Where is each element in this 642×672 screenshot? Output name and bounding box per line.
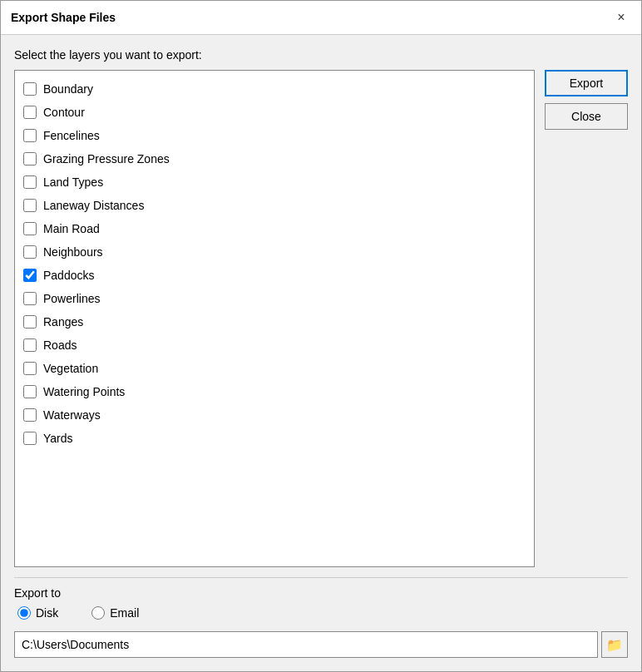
checkbox-yards[interactable] <box>23 432 37 445</box>
label-roads[interactable]: Roads <box>43 338 77 352</box>
list-item[interactable]: Powerlines <box>18 287 531 310</box>
email-radio[interactable] <box>91 606 105 620</box>
label-yards[interactable]: Yards <box>43 432 73 445</box>
export-shape-files-dialog: Export Shape Files × Select the layers y… <box>0 0 642 672</box>
list-item[interactable]: Neighbours <box>18 240 531 264</box>
export-radio-group: Disk Email <box>17 606 628 620</box>
export-to-label: Export to <box>14 586 628 600</box>
checkbox-main_road[interactable] <box>23 222 37 235</box>
label-grazing_pressure_zones[interactable]: Grazing Pressure Zones <box>43 152 170 166</box>
list-item[interactable]: Ranges <box>18 310 531 334</box>
browse-folder-button[interactable]: 📁 <box>601 631 628 658</box>
main-area: BoundaryContourFencelinesGrazing Pressur… <box>14 70 628 567</box>
list-item[interactable]: Fencelines <box>18 124 531 147</box>
export-button[interactable]: Export <box>545 70 628 96</box>
checkbox-laneway_distances[interactable] <box>23 199 37 212</box>
list-item[interactable]: Waterways <box>18 403 531 427</box>
list-item[interactable]: Paddocks <box>18 264 531 287</box>
list-item[interactable]: Roads <box>18 334 531 357</box>
close-dialog-button[interactable]: × <box>611 7 631 27</box>
folder-icon: 📁 <box>606 637 623 653</box>
checkbox-grazing_pressure_zones[interactable] <box>23 152 37 166</box>
checkbox-paddocks[interactable] <box>23 269 37 282</box>
list-item[interactable]: Watering Points <box>18 380 531 403</box>
checkbox-roads[interactable] <box>23 338 37 352</box>
label-boundary[interactable]: Boundary <box>43 82 93 96</box>
disk-label[interactable]: Disk <box>36 606 58 620</box>
list-item[interactable]: Grazing Pressure Zones <box>18 147 531 170</box>
checkbox-contour[interactable] <box>23 106 37 119</box>
list-item[interactable]: Land Types <box>18 170 531 194</box>
label-laneway_distances[interactable]: Laneway Distances <box>43 199 144 212</box>
checkbox-fencelines[interactable] <box>23 129 37 142</box>
label-fencelines[interactable]: Fencelines <box>43 129 100 142</box>
list-item[interactable]: Vegetation <box>18 357 531 380</box>
dialog-body: Select the layers you want to export: Bo… <box>1 35 641 671</box>
label-watering_points[interactable]: Watering Points <box>43 385 125 398</box>
path-section: 📁 <box>14 631 628 658</box>
disk-radio-item[interactable]: Disk <box>17 606 58 620</box>
list-item[interactable]: Main Road <box>18 217 531 240</box>
label-vegetation[interactable]: Vegetation <box>43 362 98 375</box>
title-bar: Export Shape Files × <box>1 1 641 35</box>
list-item[interactable]: Yards <box>18 427 531 450</box>
export-section: Export to Disk Email <box>14 577 628 620</box>
label-powerlines[interactable]: Powerlines <box>43 292 100 305</box>
checkbox-watering_points[interactable] <box>23 385 37 398</box>
checkbox-boundary[interactable] <box>23 82 37 96</box>
button-panel: Export Close <box>545 70 628 567</box>
checkbox-ranges[interactable] <box>23 315 37 329</box>
checkbox-land_types[interactable] <box>23 175 37 189</box>
label-ranges[interactable]: Ranges <box>43 315 83 329</box>
label-neighbours[interactable]: Neighbours <box>43 245 103 259</box>
email-radio-item[interactable]: Email <box>91 606 139 620</box>
checkbox-powerlines[interactable] <box>23 292 37 305</box>
checkbox-neighbours[interactable] <box>23 245 37 259</box>
list-item[interactable]: Contour <box>18 101 531 124</box>
label-waterways[interactable]: Waterways <box>43 408 101 422</box>
label-land_types[interactable]: Land Types <box>43 175 103 189</box>
dialog-title: Export Shape Files <box>11 11 116 24</box>
path-input[interactable] <box>14 631 598 658</box>
label-contour[interactable]: Contour <box>43 106 85 119</box>
list-item[interactable]: Laneway Distances <box>18 194 531 217</box>
layers-list: BoundaryContourFencelinesGrazing Pressur… <box>14 70 535 567</box>
label-paddocks[interactable]: Paddocks <box>43 269 94 282</box>
list-item[interactable]: Boundary <box>18 77 531 101</box>
email-label[interactable]: Email <box>110 606 139 620</box>
label-main_road[interactable]: Main Road <box>43 222 100 235</box>
checkbox-vegetation[interactable] <box>23 362 37 375</box>
disk-radio[interactable] <box>17 606 31 620</box>
checkbox-waterways[interactable] <box>23 408 37 422</box>
close-button[interactable]: Close <box>545 103 628 130</box>
select-layers-label: Select the layers you want to export: <box>14 48 628 62</box>
